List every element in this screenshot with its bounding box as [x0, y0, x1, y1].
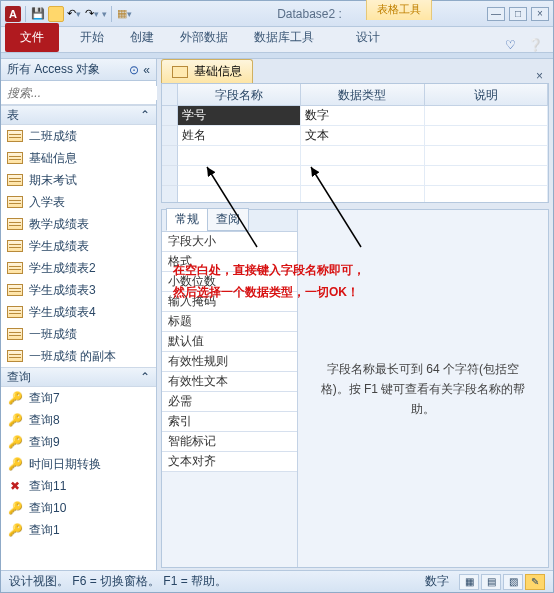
cell-datatype[interactable] [301, 186, 424, 203]
table-row[interactable]: 学号数字 [162, 106, 548, 126]
tab-create[interactable]: 创建 [117, 23, 167, 52]
collapse-group-icon: ⌃ [140, 370, 150, 384]
nav-item-query[interactable]: ✖查询11 [1, 475, 156, 497]
table-row[interactable] [162, 186, 548, 203]
view-design-button[interactable]: ✎ [525, 574, 545, 590]
cell-fieldname[interactable]: 姓名 [178, 126, 301, 146]
help-icon[interactable]: ♡ [499, 38, 522, 52]
row-selector[interactable] [162, 166, 178, 186]
nav-item-table[interactable]: 教学成绩表 [1, 213, 156, 235]
maximize-button[interactable]: □ [509, 7, 527, 21]
nav-item-query[interactable]: 🔑查询9 [1, 431, 156, 453]
close-doc-icon[interactable]: × [530, 69, 549, 83]
nav-item-label: 学生成绩表4 [29, 304, 96, 321]
props-left: 常规 查阅 字段大小格式小数位数输入掩码标题默认值有效性规则有效性文本必需索引智… [162, 210, 298, 567]
nav-item-table[interactable]: 一班成绩 的副本 [1, 345, 156, 367]
view-datasheet-button[interactable]: ▦ [459, 574, 479, 590]
row-selector[interactable] [162, 126, 178, 146]
search-input[interactable] [7, 86, 158, 100]
cell-datatype[interactable]: 数字 [301, 106, 424, 126]
status-text: 设计视图。 F6 = 切换窗格。 F1 = 帮助。 [9, 573, 227, 590]
cell-desc[interactable] [425, 106, 548, 126]
nav-item-table[interactable]: 学生成绩表 [1, 235, 156, 257]
table-datasheet-icon[interactable]: ▦▾ [116, 6, 132, 22]
col-desc[interactable]: 说明 [425, 84, 548, 105]
prop-row[interactable]: 标题 [162, 312, 297, 332]
cell-desc[interactable] [425, 126, 548, 146]
cell-desc[interactable] [425, 166, 548, 186]
nav-item-query[interactable]: 🔑查询8 [1, 409, 156, 431]
cell-desc[interactable] [425, 146, 548, 166]
prop-row[interactable]: 输入掩码 [162, 292, 297, 312]
nav-item-table[interactable]: 学生成绩表4 [1, 301, 156, 323]
cell-fieldname[interactable] [178, 166, 301, 186]
prop-row[interactable]: 必需 [162, 392, 297, 412]
file-tab[interactable]: 文件 [5, 23, 59, 52]
nav-item-query[interactable]: 🔑查询10 [1, 497, 156, 519]
tab-lookup[interactable]: 查阅 [207, 208, 249, 231]
nav-item-table[interactable]: 一班成绩 [1, 323, 156, 345]
cell-fieldname[interactable] [178, 186, 301, 203]
prop-row[interactable]: 文本对齐 [162, 452, 297, 472]
table-icon [7, 306, 23, 318]
row-selector[interactable] [162, 106, 178, 126]
nav-item-table[interactable]: 学生成绩表3 [1, 279, 156, 301]
cell-datatype[interactable]: 文本 [301, 126, 424, 146]
view-chart-button[interactable]: ▧ [503, 574, 523, 590]
doc-tab-active[interactable]: 基础信息 [161, 59, 253, 83]
cell-datatype[interactable] [301, 146, 424, 166]
nav-item-table[interactable]: 期末考试 [1, 169, 156, 191]
nav-item-label: 一班成绩 [29, 326, 77, 343]
prop-label: 输入掩码 [162, 293, 222, 310]
nav-item-query[interactable]: 🔑查询7 [1, 387, 156, 409]
minimize-button[interactable]: — [487, 7, 505, 21]
nav-item-query[interactable]: 🔑查询1 [1, 519, 156, 541]
tab-general[interactable]: 常规 [166, 208, 208, 231]
prop-row[interactable]: 默认值 [162, 332, 297, 352]
prop-row[interactable]: 有效性规则 [162, 352, 297, 372]
group-label: 表 [7, 107, 19, 124]
redo-icon[interactable]: ↷▾ [84, 6, 100, 22]
tab-external[interactable]: 外部数据 [167, 23, 241, 52]
save-icon[interactable]: 💾 [30, 6, 46, 22]
qat-customize-icon[interactable]: ▾ [102, 9, 107, 19]
document-tabs: 基础信息 × [157, 59, 553, 83]
table-row[interactable]: 姓名文本 [162, 126, 548, 146]
row-selector[interactable] [162, 186, 178, 203]
cell-datatype[interactable] [301, 166, 424, 186]
cell-fieldname[interactable]: 学号 [178, 106, 301, 126]
nav-group-tables[interactable]: 表⌃ [1, 105, 156, 125]
cell-desc[interactable] [425, 186, 548, 203]
prop-row[interactable]: 小数位数 [162, 272, 297, 292]
view-pivot-button[interactable]: ▤ [481, 574, 501, 590]
table-icon [7, 262, 23, 274]
cell-fieldname[interactable] [178, 146, 301, 166]
nav-item-query[interactable]: 🔑时间日期转换 [1, 453, 156, 475]
nav-header[interactable]: 所有 Access 对象 ⊙ « [1, 59, 156, 81]
nav-item-table[interactable]: 基础信息 [1, 147, 156, 169]
nav-item-label: 学生成绩表 [29, 238, 89, 255]
prop-row[interactable]: 有效性文本 [162, 372, 297, 392]
home-icon[interactable] [48, 6, 64, 22]
col-datatype[interactable]: 数据类型 [301, 84, 424, 105]
col-fieldname[interactable]: 字段名称 [178, 84, 301, 105]
nav-item-label: 期末考试 [29, 172, 77, 189]
row-selector[interactable] [162, 146, 178, 166]
tab-home[interactable]: 开始 [67, 23, 117, 52]
table-row[interactable] [162, 146, 548, 166]
help-dropdown-icon[interactable]: ❔ [522, 38, 549, 52]
close-button[interactable]: × [531, 7, 549, 21]
prop-row[interactable]: 字段大小 [162, 232, 297, 252]
nav-item-table[interactable]: 二班成绩 [1, 125, 156, 147]
nav-item-table[interactable]: 入学表 [1, 191, 156, 213]
collapse-icon[interactable]: « [143, 63, 150, 77]
tab-dbtools[interactable]: 数据库工具 [241, 23, 327, 52]
undo-icon[interactable]: ↶▾ [66, 6, 82, 22]
tab-design[interactable]: 设计 [343, 23, 393, 52]
prop-row[interactable]: 索引 [162, 412, 297, 432]
nav-group-queries[interactable]: 查询⌃ [1, 367, 156, 387]
prop-row[interactable]: 格式 [162, 252, 297, 272]
table-row[interactable] [162, 166, 548, 186]
prop-row[interactable]: 智能标记 [162, 432, 297, 452]
nav-item-table[interactable]: 学生成绩表2 [1, 257, 156, 279]
